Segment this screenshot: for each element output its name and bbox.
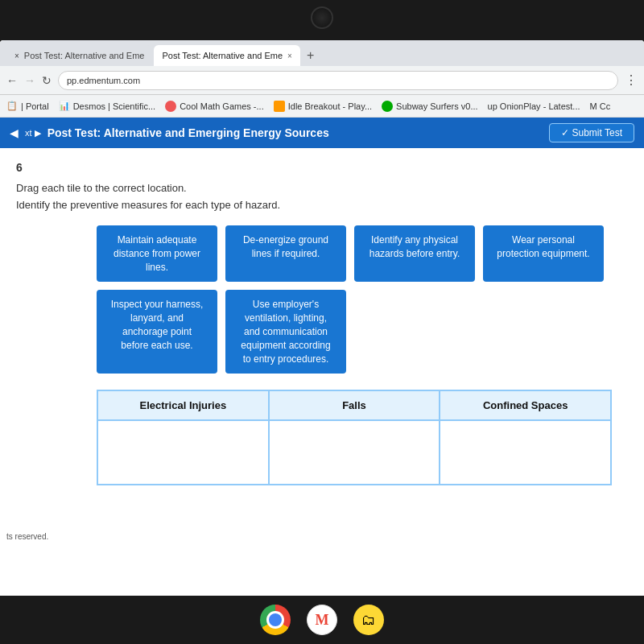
tile-ppe[interactable]: Wear personal protection equipment. <box>483 225 604 282</box>
files-taskbar-icon[interactable]: 🗂 <box>353 605 384 635</box>
col-electrical: Electrical Injuries <box>97 390 269 420</box>
camera-lens <box>311 6 333 29</box>
address-bar: ← → ↻ ⋮ <box>0 66 644 95</box>
drop-cell-confined[interactable] <box>440 420 611 485</box>
address-input[interactable] <box>58 71 618 90</box>
tab-bar: × Post Test: Alternative and Eme Post Te… <box>0 40 644 66</box>
subway-label: Subway Surfers v0... <box>396 101 478 111</box>
page-header-left: ◀ xt ▶ Post Test: Alternative and Emergi… <box>10 126 329 139</box>
chrome-taskbar-icon[interactable] <box>260 605 291 635</box>
drop-row <box>97 420 611 485</box>
drag-instruction: Drag each tile to the correct location. <box>16 182 628 194</box>
taskbar: M 🗂 <box>0 596 644 644</box>
question-number: 6 <box>16 161 628 174</box>
tab-inactive-title: Post Test: Alternative and Eme <box>24 51 145 60</box>
bookmark-onionplay[interactable]: up OnionPlay - Latest... <box>488 101 580 111</box>
drop-table: Electrical Injuries Falls Confined Space… <box>97 390 612 485</box>
coolmath-label: Cool Math Games -... <box>180 101 264 111</box>
copyright-text: ts reserved. <box>6 532 48 541</box>
tile-ventilation[interactable]: Use employer's ventilation, lighting, an… <box>225 290 346 374</box>
bookmarks-bar: 📋 | Portal 📊 Desmos | Scientific... Cool… <box>0 95 644 118</box>
submit-test-button[interactable]: ✓ Submit Test <box>549 123 634 142</box>
gmail-taskbar-icon[interactable]: M <box>307 605 337 635</box>
browser-window: × Post Test: Alternative and Eme Post Te… <box>0 40 644 596</box>
drop-cell-electrical[interactable] <box>97 420 269 485</box>
tile-deenergize[interactable]: De-energize ground lines if required. <box>225 225 346 282</box>
back-button[interactable]: ← <box>6 74 18 87</box>
drop-cell-falls[interactable] <box>269 420 440 485</box>
page-content: 6 Drag each tile to the correct location… <box>0 148 644 596</box>
bookmark-gmail[interactable]: M Cc <box>590 101 611 111</box>
submit-label: Submit Test <box>572 127 622 138</box>
tab-close-icon[interactable]: × <box>287 52 292 60</box>
files-icon-symbol: 🗂 <box>361 612 376 629</box>
onionplay-label: up OnionPlay - Latest... <box>488 101 580 111</box>
subway-icon <box>382 101 393 112</box>
page-title: Post Test: Alternative and Emerging Ener… <box>47 126 329 139</box>
idle-icon <box>274 101 285 112</box>
menu-icon[interactable]: ⋮ <box>625 72 638 88</box>
col-falls: Falls <box>269 390 440 420</box>
idle-label: Idle Breakout - Play... <box>288 101 372 111</box>
tab-active-title: Post Test: Alternative and Eme <box>162 51 283 60</box>
tile-harness[interactable]: Inspect your harness, lanyard, and ancho… <box>97 290 217 374</box>
coolmath-icon <box>165 101 176 112</box>
reload-button[interactable]: ↻ <box>42 74 52 87</box>
bookmark-subway[interactable]: Subway Surfers v0... <box>382 101 478 112</box>
tiles-area: Maintain adequate distance from power li… <box>97 225 628 374</box>
col-confined: Confined Spaces <box>440 390 611 420</box>
forward-button[interactable]: → <box>24 74 35 87</box>
portal-label: | Portal <box>21 101 49 111</box>
tile-electrical[interactable]: Maintain adequate distance from power li… <box>97 225 217 282</box>
tab-inactive-label: × <box>14 52 19 60</box>
identify-instruction: Identify the preventive measures for eac… <box>16 199 628 211</box>
gmail-bookmark-label: M Cc <box>590 101 611 111</box>
tab-active[interactable]: Post Test: Alternative and Eme × <box>154 45 299 66</box>
portal-icon: 📋 <box>6 101 18 111</box>
tab-inactive[interactable]: × Post Test: Alternative and Eme <box>6 45 152 66</box>
edmentum-logo: xt ▶ <box>25 128 41 138</box>
bookmark-idle[interactable]: Idle Breakout - Play... <box>274 101 372 112</box>
page-header: ◀ xt ▶ Post Test: Alternative and Emergi… <box>0 118 644 148</box>
bookmark-portal[interactable]: 📋 | Portal <box>6 101 49 111</box>
new-tab-button[interactable]: + <box>302 45 319 66</box>
desmos-icon: 📊 <box>59 101 70 111</box>
checkmark-icon: ✓ <box>561 127 569 138</box>
nav-prev-icon[interactable]: ◀ <box>10 126 19 139</box>
bookmark-coolmath[interactable]: Cool Math Games -... <box>165 101 264 112</box>
bookmark-desmos[interactable]: 📊 Desmos | Scientific... <box>59 101 156 111</box>
tile-physical[interactable]: Identify any physical hazards before ent… <box>354 225 475 282</box>
gmail-letter: M <box>316 612 329 629</box>
desmos-label: Desmos | Scientific... <box>73 101 156 111</box>
